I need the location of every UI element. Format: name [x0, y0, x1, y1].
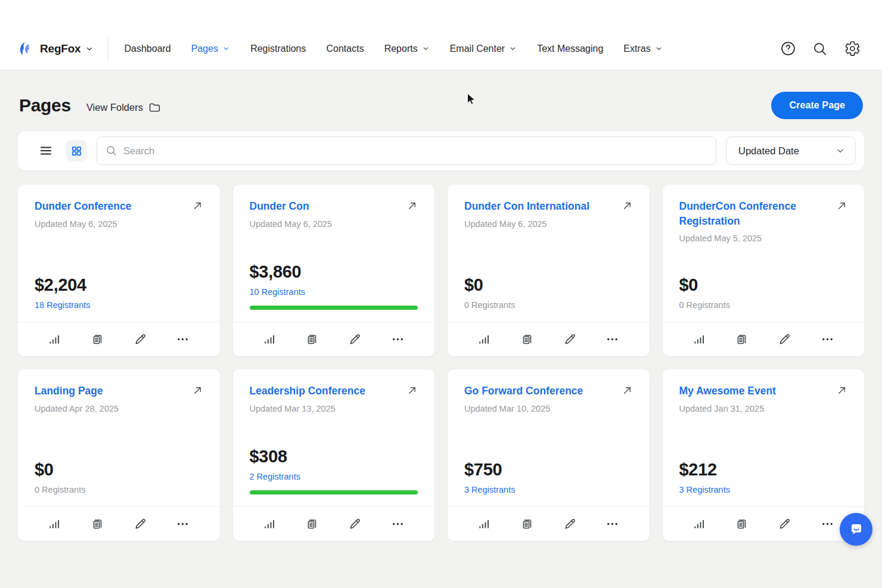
duplicate-copy-icon[interactable] [302, 514, 322, 534]
page-title: Pages [19, 95, 71, 116]
revenue-amount: $0 [35, 460, 203, 480]
nav-item-pages[interactable]: Pages [191, 43, 230, 54]
page-title-link[interactable]: Landing Page [35, 384, 111, 399]
page-card: Dunder Con Updated May 6, 2025 $3,860 10… [233, 185, 435, 356]
toolbar: Updated Date [18, 131, 864, 170]
duplicate-copy-icon[interactable] [517, 514, 537, 534]
pages-card-grid: Dunder Conference Updated May 6, 2025 $2… [18, 185, 864, 541]
open-page-external-icon[interactable] [406, 385, 418, 399]
stats-icon[interactable] [474, 329, 495, 350]
stats-icon[interactable] [689, 514, 709, 534]
updated-date-label: Updated Apr 28, 2025 [35, 404, 203, 413]
open-page-external-icon[interactable] [622, 385, 633, 399]
chat-bubble-icon [847, 521, 865, 539]
page-title-link[interactable]: Go Forward Conference [464, 384, 591, 399]
duplicate-copy-icon[interactable] [87, 514, 107, 534]
registrants-link: 0 Registrants [35, 485, 203, 494]
page-title-link[interactable]: DunderCon Conference Registration [679, 199, 837, 228]
edit-pencil-icon[interactable] [130, 329, 150, 350]
more-ellipsis-icon[interactable] [387, 329, 408, 350]
stats-icon[interactable] [45, 514, 65, 534]
open-page-external-icon[interactable] [406, 200, 418, 214]
grid-view-icon[interactable] [66, 140, 87, 161]
nav-item-reports[interactable]: Reports [384, 43, 430, 54]
progress-bar [250, 490, 418, 494]
card-actions [663, 322, 865, 356]
edit-pencil-icon[interactable] [775, 514, 795, 534]
more-ellipsis-icon[interactable] [387, 514, 408, 534]
edit-pencil-icon[interactable] [345, 514, 365, 534]
chevron-down-icon [509, 45, 517, 52]
stats-icon[interactable] [689, 329, 709, 350]
card-actions [233, 506, 435, 541]
more-ellipsis-icon[interactable] [603, 329, 623, 350]
edit-pencil-icon[interactable] [560, 514, 580, 534]
sort-dropdown[interactable]: Updated Date [726, 136, 856, 165]
stats-icon[interactable] [474, 514, 495, 534]
registrants-link[interactable]: 3 Registrants [679, 485, 848, 494]
edit-pencil-icon[interactable] [345, 329, 365, 350]
registrants-link[interactable]: 3 Registrants [464, 485, 633, 494]
search-icon [105, 145, 117, 157]
open-page-external-icon[interactable] [192, 200, 203, 214]
revenue-amount: $0 [464, 275, 633, 295]
open-page-external-icon[interactable] [622, 200, 633, 214]
page-header: Pages View Folders Create Page [0, 70, 882, 119]
nav-item-email-center[interactable]: Email Center [450, 43, 517, 54]
page-title-link[interactable]: My Awesome Event [679, 384, 784, 399]
page-title-link[interactable]: Dunder Con [250, 199, 318, 214]
revenue-amount: $0 [679, 275, 848, 295]
edit-pencil-icon[interactable] [560, 329, 580, 350]
nav-item-contacts[interactable]: Contacts [327, 43, 364, 54]
create-page-button[interactable]: Create Page [771, 92, 863, 119]
more-ellipsis-icon[interactable] [817, 329, 837, 350]
regfox-logo[interactable]: RegFox [19, 41, 94, 57]
revenue-amount: $212 [679, 460, 848, 480]
stats-icon[interactable] [45, 329, 65, 350]
stats-icon[interactable] [259, 514, 279, 534]
updated-date-label: Updated May 6, 2025 [250, 219, 418, 229]
search-field[interactable] [97, 136, 716, 165]
open-page-external-icon[interactable] [836, 200, 847, 214]
page-title-link[interactable]: Dunder Conference [35, 199, 139, 214]
settings-gear-icon[interactable] [844, 41, 861, 57]
progress-bar [250, 306, 418, 310]
help-icon[interactable] [779, 41, 796, 57]
more-ellipsis-icon[interactable] [173, 514, 193, 534]
more-ellipsis-icon[interactable] [603, 514, 623, 534]
page-card: My Awesome Event Updated Jan 31, 2025 $2… [663, 369, 865, 541]
search-icon[interactable] [812, 41, 828, 57]
page-title-link[interactable]: Dunder Con International [464, 199, 598, 214]
page-card: Dunder Conference Updated May 6, 2025 $2… [18, 185, 220, 356]
duplicate-copy-icon[interactable] [732, 329, 752, 350]
page-card: Dunder Con International Updated May 6, … [448, 185, 650, 356]
edit-pencil-icon[interactable] [775, 329, 795, 350]
sort-dropdown-value: Updated Date [738, 145, 799, 157]
duplicate-copy-icon[interactable] [87, 329, 107, 350]
updated-date-label: Updated May 5, 2025 [679, 234, 848, 243]
list-view-icon[interactable] [36, 141, 56, 161]
chevron-down-icon [85, 45, 94, 53]
stats-icon[interactable] [259, 329, 279, 350]
registrants-link[interactable]: 2 Registrants [250, 472, 418, 481]
chat-launcher-button[interactable] [840, 513, 872, 546]
edit-pencil-icon[interactable] [130, 514, 150, 534]
page-title-link[interactable]: Leadership Conference [250, 384, 374, 399]
more-ellipsis-icon[interactable] [817, 514, 837, 534]
registrants-link[interactable]: 18 Registrants [35, 300, 203, 310]
duplicate-copy-icon[interactable] [302, 329, 322, 350]
duplicate-copy-icon[interactable] [517, 329, 537, 350]
duplicate-copy-icon[interactable] [732, 514, 752, 534]
open-page-external-icon[interactable] [192, 385, 203, 399]
search-input[interactable] [123, 145, 707, 157]
nav-item-text-messaging[interactable]: Text Messaging [537, 43, 603, 54]
nav-item-dashboard[interactable]: Dashboard [124, 43, 170, 54]
nav-item-extras[interactable]: Extras [623, 43, 662, 54]
registrants-link[interactable]: 10 Registrants [250, 287, 418, 297]
card-actions [18, 322, 220, 356]
open-page-external-icon[interactable] [836, 385, 847, 399]
brand-name: RegFox [40, 42, 80, 55]
view-folders-button[interactable]: View Folders [86, 101, 161, 114]
nav-item-registrations[interactable]: Registrations [250, 43, 306, 54]
more-ellipsis-icon[interactable] [173, 329, 193, 350]
